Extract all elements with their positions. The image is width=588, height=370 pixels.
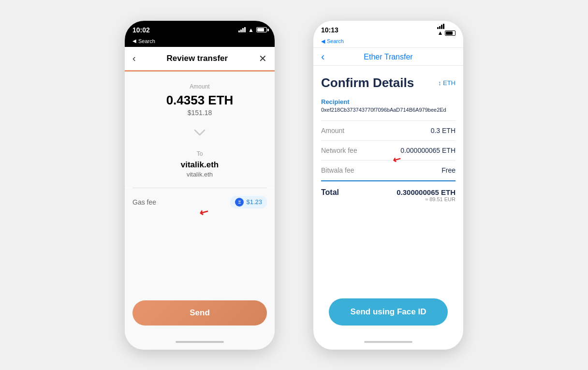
arrow-down-section [125, 124, 275, 143]
bitwala-fee-key: Bitwala fee [321, 166, 354, 174]
total-key: Total [321, 188, 339, 197]
chevron-down-icon [194, 129, 206, 136]
face-id-area: Send using Face ID [321, 293, 456, 333]
total-val-block: 0.300000065 ETH ≈ 89.51 EUR [397, 188, 456, 202]
eth-toggle[interactable]: ↕ ETH [438, 79, 456, 87]
gas-fee-amount: $1.23 [246, 198, 262, 206]
battery-icon [256, 27, 267, 32]
sub-status-bar-2: ◀ Search [313, 38, 463, 48]
send-button[interactable]: Send [132, 300, 267, 326]
home-indicator-1 [125, 333, 275, 350]
wifi-icon-2: ▲ [437, 30, 443, 36]
battery-fill-2 [446, 31, 453, 35]
to-sub: vitalik.eth [132, 171, 267, 178]
time-1: 10:02 [132, 26, 150, 34]
back-button-1[interactable]: ‹ [132, 53, 136, 64]
battery-fill [257, 28, 264, 31]
amount-key: Amount [321, 127, 344, 134]
status-bar-1: 10:02 ▲ [125, 21, 275, 38]
face-id-button[interactable]: Send using Face ID [329, 298, 448, 326]
confirm-title-row: Confirm Details ↕ ETH [321, 75, 456, 90]
content-2: Confirm Details ↕ ETH Recipient 0xef218C… [313, 66, 463, 350]
amount-label: Amount [132, 83, 267, 90]
home-bar-2 [364, 341, 412, 343]
network-fee-val: 0.000000065 ETH [400, 147, 456, 154]
amount-row: Amount 0.3 ETH [321, 120, 456, 141]
nav-title-1: Review transfer [167, 54, 228, 63]
total-eur: ≈ 89.51 EUR [397, 196, 456, 202]
total-val: 0.300000065 ETH [397, 188, 456, 196]
gas-fee-value: Ξ $1.23 [230, 196, 267, 208]
sub-status-bar-1: ◀ Search [125, 38, 275, 47]
eth-icon: Ξ [235, 198, 244, 207]
phone1: 10:02 ▲ ◀ Search ‹ Review transfer ✕ Amo… [125, 21, 275, 350]
battery-icon-2 [445, 30, 456, 36]
content-1: Amount 0.4353 ETH $151.18 To vitalik.eth… [125, 72, 275, 350]
recipient-label: Recipient [321, 98, 456, 105]
bitwala-fee-row: Bitwala fee Free [321, 161, 456, 180]
send-btn-area: Send [125, 293, 275, 333]
amount-usd: $151.18 [132, 109, 267, 117]
phone2: 10:13 ▲ ◀ Search ‹ Ether Transfer Confir… [313, 21, 463, 350]
back-chevron-1: ◀ [132, 38, 136, 44]
signal-icon [238, 27, 246, 32]
back-button-2[interactable]: ‹ [321, 51, 324, 63]
spacer-2 [321, 204, 456, 293]
time-2: 10:13 [321, 26, 338, 34]
recipient-section: Recipient 0xef218Cb373743770f7096bAaD714… [321, 98, 456, 114]
amount-section: Amount 0.4353 ETH $151.18 [125, 72, 275, 124]
confirm-title: Confirm Details [321, 75, 414, 90]
nav-title-2: Ether Transfer [364, 53, 412, 61]
home-indicator-2 [321, 333, 456, 350]
network-fee-row: Network fee 0.000000065 ETH ↗ [321, 141, 456, 161]
status-right-1: ▲ [238, 27, 267, 33]
fee-section: Gas fee Ξ $1.23 ↗ [125, 188, 275, 216]
wifi-icon: ▲ [248, 27, 254, 33]
status-bar-2: 10:13 ▲ [313, 21, 463, 38]
status-right-2: ▲ [437, 24, 456, 36]
spacer-1 [125, 216, 275, 293]
to-label: To [132, 150, 267, 157]
back-chevron-2: ◀ [321, 38, 325, 44]
close-button-1[interactable]: ✕ [259, 53, 267, 64]
nav-bar-2: ‹ Ether Transfer [313, 48, 463, 66]
amount-val: 0.3 ETH [431, 127, 456, 134]
recipient-address: 0xef218Cb373743770f7096bAaD714B6A979bee2… [321, 106, 456, 114]
home-bar-1 [176, 341, 224, 343]
eth-toggle-label: ↕ ETH [438, 79, 456, 87]
search-label-1: Search [138, 38, 155, 44]
to-name: vitalik.eth [132, 160, 267, 170]
total-row: Total 0.300000065 ETH ≈ 89.51 EUR [321, 180, 456, 204]
gas-fee-label: Gas fee [132, 198, 156, 206]
nav-bar-1: ‹ Review transfer ✕ [125, 47, 275, 72]
amount-eth: 0.4353 ETH [132, 93, 267, 108]
signal-icon-2 [437, 24, 456, 29]
network-fee-key: Network fee [321, 147, 357, 154]
bitwala-fee-val: Free [441, 166, 456, 174]
to-section: To vitalik.eth vitalik.eth [125, 143, 275, 188]
search-label-2: Search [327, 38, 344, 44]
